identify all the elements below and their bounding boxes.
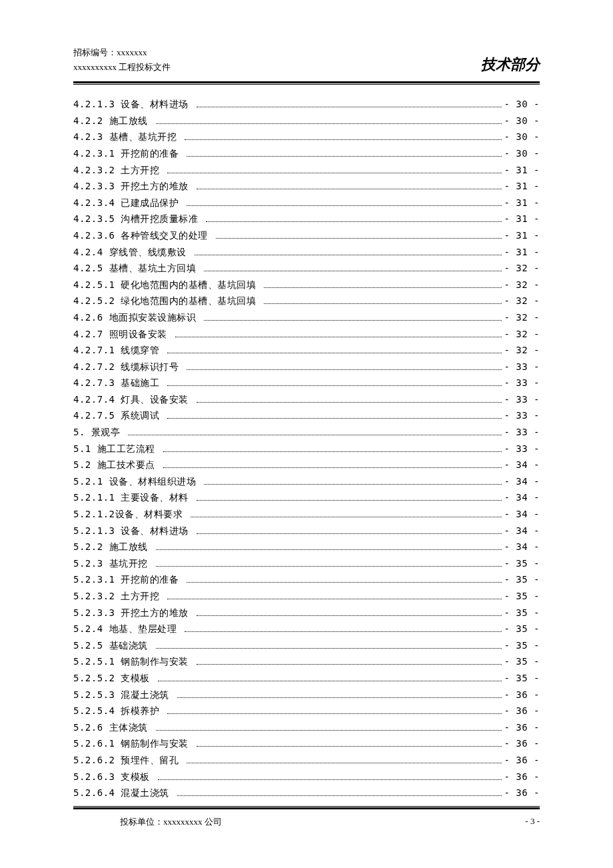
toc-page: - 33 - [504, 427, 540, 437]
toc-entry: 5.2.1.3 设备、材料进场 - 34 - [73, 526, 540, 536]
toc-leader-dots [197, 107, 502, 107]
toc-leader-dots [204, 484, 502, 485]
toc-page: - 33 - [504, 444, 540, 453]
toc-label: 5.2.1.1 主要设备、材料 [73, 493, 195, 502]
toc-entry: 5.2.5.1 钢筋制作与安装 - 35 - [73, 657, 540, 667]
toc-entry: 4.2.2 施工放线 - 30 - [73, 116, 540, 126]
toc-label: 4.2.6 地面拟安装设施标识 [73, 313, 202, 322]
toc-page: - 32 - [504, 313, 540, 322]
toc-page: - 31 - [504, 181, 540, 191]
toc-entry: 5.2.3.2 土方开挖 - 35 - [73, 591, 540, 601]
toc-entry: 4.2.5.2 绿化地范围内的基槽、基坑回填 - 32 - [73, 296, 540, 306]
toc-entry: 5.2.2 施工放线 - 34 - [73, 542, 540, 552]
toc-leader-dots [167, 713, 502, 714]
toc-entry: 4.2.7.3 基础施工 - 33 - [73, 378, 540, 388]
toc-leader-dots [206, 221, 502, 222]
toc-page: - 36 - [504, 788, 540, 797]
toc-label: 4.2.7.5 系统调试 [73, 411, 165, 420]
toc-entry: 5.2.1.2设备、材料要求 - 34 - [73, 509, 540, 519]
footer-rule [73, 806, 540, 809]
toc-label: 5.2.3.3 开挖土方的堆放 [73, 608, 195, 617]
toc-leader-dots [204, 271, 502, 271]
toc-label: 5.2.1 设备、材料组织进场 [73, 477, 202, 486]
toc-label: 4.2.3.6 各种管线交叉的处理 [73, 231, 214, 240]
page-footer: 投标单位：xxxxxxxxx 公司 - 3 - [73, 806, 540, 828]
toc-page: - 30 - [504, 149, 540, 158]
toc-leader-dots [187, 369, 502, 370]
toc-label: 5.2.3.2 土方开挖 [73, 591, 165, 601]
toc-page: - 31 - [504, 165, 540, 175]
toc-label: 5.2.1.3 设备、材料进场 [73, 526, 195, 535]
toc-label: 5.2.2 施工放线 [73, 542, 154, 551]
toc-page: - 32 - [504, 280, 540, 289]
toc-label: 5.2.6.4 混凝土浇筑 [73, 788, 175, 797]
toc-page: - 34 - [504, 509, 540, 519]
toc-page: - 30 - [504, 99, 540, 109]
toc-label: 4.2.3.2 土方开挖 [73, 165, 165, 175]
page-number: - 3 - [525, 816, 540, 828]
toc-leader-dots [163, 451, 502, 452]
toc-label: 5.2.5.3 混凝土浇筑 [73, 690, 175, 699]
toc-entry: 4.2.3 基槽、基坑开挖 - 30 - [73, 132, 540, 142]
toc-leader-dots [156, 648, 502, 649]
toc-page: - 35 - [504, 559, 540, 568]
toc-leader-dots [185, 631, 502, 632]
toc-leader-dots [156, 730, 502, 731]
toc-leader-dots [197, 500, 502, 501]
toc-page: - 31 - [504, 247, 540, 257]
toc-entry: 5.2.5.4 拆模养护 - 36 - [73, 706, 540, 716]
toc-label: 5.2.5.1 钢筋制作与安装 [73, 657, 195, 666]
toc-page: - 35 - [504, 673, 540, 683]
toc-page: - 31 - [504, 214, 540, 223]
toc-label: 5.2.1.2设备、材料要求 [73, 509, 189, 519]
toc-leader-dots [187, 582, 502, 583]
toc-entry: 5.2.1.1 主要设备、材料 - 34 - [73, 493, 540, 503]
toc-page: - 32 - [504, 345, 540, 355]
toc-leader-dots [167, 599, 502, 599]
toc-label: 4.2.7.3 基础施工 [73, 378, 165, 387]
toc-label: 4.2.3.4 已建成品保护 [73, 198, 185, 207]
toc-page: - 34 - [504, 493, 540, 502]
toc-leader-dots [197, 402, 502, 403]
toc-entry: 4.2.7.4 灯具、设备安装 - 33 - [73, 395, 540, 405]
toc-entry: 5.2.4 地基、垫层处理 - 35 - [73, 624, 540, 634]
table-of-contents: 4.2.1.3 设备、材料进场 - 30 -4.2.2 施工放线 - 30 -4… [73, 99, 540, 798]
toc-entry: 5.2.5.3 混凝土浇筑 - 36 - [73, 690, 540, 700]
toc-page: - 30 - [504, 116, 540, 125]
toc-page: - 33 - [504, 411, 540, 420]
bidder-name: 投标单位：xxxxxxxxx 公司 [73, 816, 222, 828]
toc-leader-dots [187, 763, 502, 763]
toc-leader-dots [156, 566, 502, 567]
toc-entry: 4.2.1.3 设备、材料进场 - 30 - [73, 99, 540, 109]
toc-label: 4.2.3.1 开挖前的准备 [73, 149, 185, 158]
toc-leader-dots [197, 615, 502, 616]
toc-page: - 31 - [504, 231, 540, 240]
toc-label: 4.2.1.3 设备、材料进场 [73, 99, 195, 109]
section-title: 技术部分 [481, 55, 540, 75]
toc-leader-dots [167, 418, 502, 419]
toc-page: - 32 - [504, 329, 540, 339]
toc-entry: 5.2.5 基础浇筑 - 35 - [73, 641, 540, 651]
toc-page: - 36 - [504, 723, 540, 732]
toc-entry: 4.2.3.5 沟槽开挖质量标准 - 31 - [73, 214, 540, 224]
toc-leader-dots [264, 287, 502, 288]
toc-entry: 4.2.4 穿线管、线缆敷设 - 31 - [73, 247, 540, 257]
toc-label: 4.2.7 照明设备安装 [73, 329, 173, 339]
footer-line: 投标单位：xxxxxxxxx 公司 - 3 - [73, 816, 540, 828]
toc-label: 5.2.5.4 拆模养护 [73, 706, 165, 715]
toc-page: - 34 - [504, 526, 540, 535]
toc-leader-dots [156, 123, 502, 124]
toc-page: - 33 - [504, 362, 540, 371]
toc-page: - 36 - [504, 755, 540, 765]
toc-label: 5.2.6.1 钢筋制作与安装 [73, 739, 195, 748]
toc-leader-dots [167, 173, 502, 173]
toc-page: - 36 - [504, 690, 540, 699]
toc-page: - 33 - [504, 378, 540, 387]
toc-leader-dots [197, 746, 502, 747]
toc-page: - 36 - [504, 706, 540, 715]
toc-page: - 30 - [504, 132, 540, 141]
toc-entry: 4.2.7.2 线缆标识打号 - 33 - [73, 362, 540, 372]
toc-leader-dots [216, 238, 502, 239]
toc-label: 5.2.4 地基、垫层处理 [73, 624, 183, 633]
toc-label: 4.2.7.4 灯具、设备安装 [73, 395, 195, 404]
